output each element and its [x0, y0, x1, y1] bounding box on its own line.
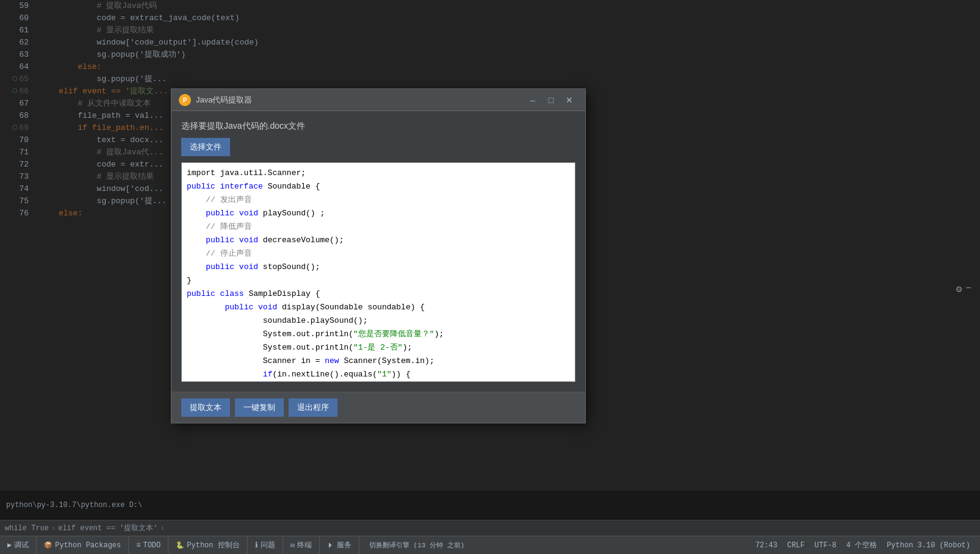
dialog-title: Java代码提取器 [196, 95, 524, 106]
line-64: 64 [0, 61, 29, 73]
java-line-8: public void stopSound(); [187, 261, 560, 274]
tab-terminal[interactable]: ✉ 终端 [283, 536, 320, 554]
line-ending: CRLF [787, 541, 805, 550]
code-line-62: window['code_output'].update(code) [40, 37, 980, 49]
code-line-64: else: [40, 61, 980, 73]
java-line-2: public interface Soundable { [187, 180, 560, 193]
java-line-6: public void decreaseVolume(); [187, 234, 560, 247]
line-73: 73 [0, 171, 29, 183]
tab-python-packages[interactable]: 📦 Python Packages [37, 536, 129, 554]
breadcrumb-sep-1: › [51, 524, 56, 533]
cursor-position: 72:43 [755, 541, 777, 550]
dialog-body: 选择要提取Java代码的.docx文件 选择文件 import java.uti… [171, 111, 585, 392]
line-72: 72 [0, 159, 29, 171]
debug-icon: ▶ [7, 541, 12, 550]
problems-icon: ℹ [255, 541, 258, 550]
line-68: 68 [0, 110, 29, 122]
dialog-minimize-button[interactable]: – [524, 92, 541, 109]
status-bar-right: 72:43 CRLF UTF-8 4 个空格 Python 3.10 (Robo… [755, 540, 980, 550]
line-67: 67 [0, 98, 29, 110]
java-line-1: import java.util.Scanner; [187, 167, 560, 180]
tab-services[interactable]: ⏵ 服务 [320, 536, 359, 554]
tab-todo-label: TODO [143, 541, 160, 550]
todo-icon: ≡ [136, 541, 140, 550]
dialog-window-controls: – □ ✕ [524, 92, 578, 109]
tab-debug-label: 调试 [14, 540, 29, 550]
code-line-65: sg.popup('提... [40, 73, 980, 85]
dialog-footer: 提取文本 一键复制 退出程序 [171, 392, 585, 423]
services-icon: ⏵ [327, 541, 334, 550]
tab-todo[interactable]: ≡ TODO [129, 536, 168, 554]
dialog-titlebar: P Java代码提取器 – □ ✕ [171, 89, 585, 111]
dialog-app-icon: P [179, 94, 191, 106]
terminal-content: python\py-3.10.7\python.exe D:\ [6, 501, 142, 509]
line-66: ⬡66 [0, 85, 29, 98]
python-icon: P [179, 95, 190, 106]
java-line-10: public class SampleDisplay { [187, 287, 560, 301]
tab-python-console[interactable]: 🐍 Python 控制台 [168, 536, 247, 554]
dialog-java-extractor: P Java代码提取器 – □ ✕ 选择要提取Java代码的.docx文件 选择… [171, 88, 586, 423]
java-line-13: System.out.println("您是否要降低音量？"); [187, 328, 560, 341]
line-69: ⬡69 [0, 122, 29, 134]
code-line-63: sg.popup('提取成功') [40, 49, 980, 61]
tab-python-packages-label: Python Packages [55, 541, 121, 550]
java-line-15: Scanner in = new Scanner(System.in); [187, 354, 560, 368]
dialog-close-button[interactable]: ✕ [561, 92, 578, 109]
java-line-4: public void playSound() ; [187, 207, 560, 220]
tab-python-console-label: Python 控制台 [187, 540, 239, 550]
line-61: 61 [0, 24, 29, 37]
java-line-11: public void display(Soundable soundable)… [187, 301, 560, 314]
terminal-icon: ✉ [290, 541, 295, 550]
minus-icon[interactable]: − [965, 283, 971, 295]
breadcrumb-while-true: while True [5, 524, 49, 533]
tab-terminal-label: 终端 [297, 540, 312, 550]
line-76: 76 [0, 207, 29, 220]
charset: UTF-8 [815, 541, 837, 550]
python-console-icon: 🐍 [176, 541, 184, 549]
java-line-5: // 降低声音 [187, 220, 560, 234]
java-line-14: System.out.println("1-是 2-否"); [187, 341, 560, 354]
exit-button[interactable]: 退出程序 [289, 398, 337, 417]
java-line-7: // 停止声音 [187, 247, 560, 261]
line-numbers: 59 60 61 62 63 64 ⬡65 ⬡66 67 68 ⬡69 70 7… [0, 0, 34, 536]
line-62: 62 [0, 37, 29, 49]
breadcrumb-elif: elif event == '提取文本' [58, 523, 157, 533]
code-line-60: code = extract_java_code(text) [40, 12, 980, 24]
line-71: 71 [0, 146, 29, 159]
code-display-area: import java.util.Scanner; public interfa… [181, 162, 575, 382]
java-line-3: // 发出声音 [187, 193, 560, 207]
svg-text:P: P [183, 97, 187, 104]
dialog-instruction: 选择要提取Java代码的.docx文件 [181, 121, 575, 132]
code-display-content[interactable]: import java.util.Scanner; public interfa… [182, 163, 565, 381]
line-60: 60 [0, 12, 29, 24]
translation-hint: 切换翻译引擎 (13 分钟 之前) [359, 541, 464, 550]
line-65: ⬡65 [0, 73, 29, 85]
dialog-maximize-button[interactable]: □ [542, 92, 560, 109]
settings-icon[interactable]: ⚙ [956, 283, 962, 295]
java-line-9: } [187, 274, 560, 287]
copy-button[interactable]: 一键复制 [235, 398, 284, 417]
editor-actions: ⚙ − [954, 281, 974, 298]
status-bar-left: ▶ 调试 📦 Python Packages ≡ TODO 🐍 Python 控… [0, 536, 464, 554]
packages-icon: 📦 [44, 541, 52, 549]
line-75: 75 [0, 195, 29, 207]
code-line-59: # 提取Java代码 [40, 0, 980, 12]
java-line-16: if(in.nextLine().equals("1")) { [187, 368, 560, 381]
line-74: 74 [0, 183, 29, 195]
select-file-button[interactable]: 选择文件 [181, 138, 230, 156]
indent-info: 4 个空格 [846, 540, 877, 550]
tab-services-label: 服务 [337, 540, 351, 550]
python-version[interactable]: Python 3.10 (Robot) [887, 541, 970, 550]
tab-problems-label: 问题 [261, 540, 275, 550]
tab-debug[interactable]: ▶ 调试 [0, 536, 37, 554]
line-59: 59 [0, 0, 29, 12]
terminal-area: python\py-3.10.7\python.exe D:\ [0, 491, 980, 520]
line-63: 63 [0, 49, 29, 61]
java-line-12: soundable.playSound(); [187, 314, 560, 328]
tab-problems[interactable]: ℹ 问题 [248, 536, 283, 554]
line-70: 70 [0, 134, 29, 146]
code-line-61: # 显示提取结果 [40, 24, 980, 37]
breadcrumb-sep-2: › [160, 524, 164, 533]
extract-text-button[interactable]: 提取文本 [181, 398, 230, 417]
status-bar: ▶ 调试 📦 Python Packages ≡ TODO 🐍 Python 控… [0, 536, 980, 554]
